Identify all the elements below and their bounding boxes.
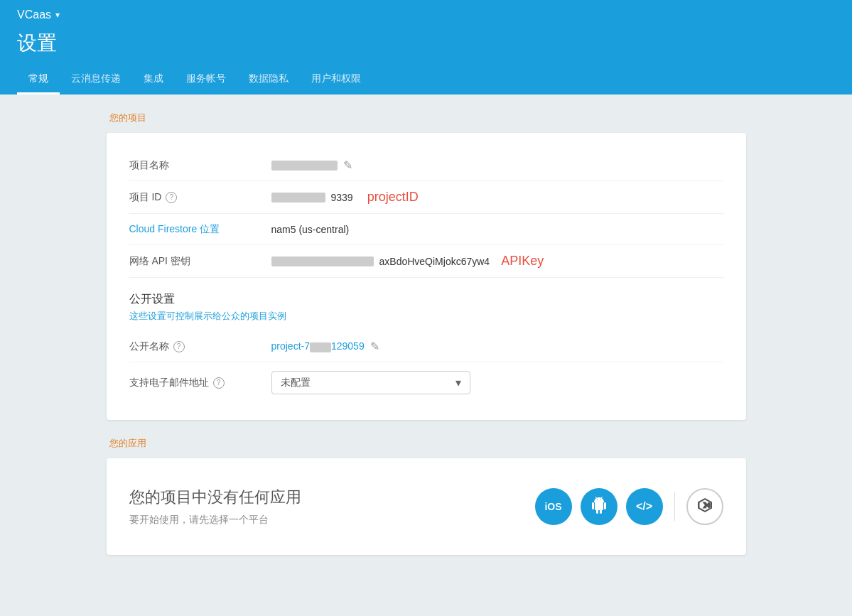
- public-name-text: project-7129059: [271, 340, 365, 352]
- project-id-blurred: ████████: [271, 193, 325, 202]
- apps-section: 您的应用 您的项目中没有任何应用 要开始使用，请先选择一个平台 iOS: [107, 437, 746, 555]
- api-key-value: ████████████████ axBdoHveQiMjokc67yw4 AP…: [271, 254, 723, 269]
- project-name-edit-icon[interactable]: ✎: [343, 158, 352, 172]
- apps-section-label: 您的应用: [107, 437, 746, 450]
- project-name-row: 项目名称 ██████████ ✎: [129, 150, 723, 181]
- empty-apps-text-block: 您的项目中没有任何应用 要开始使用，请先选择一个平台: [129, 487, 301, 526]
- public-name-blurred: [310, 342, 331, 352]
- support-email-value: 未配置 ▾: [271, 371, 723, 394]
- project-id-help-icon[interactable]: ?: [166, 192, 177, 203]
- header-top: VCaas ▾: [17, 0, 835, 27]
- brand-name: VCaas: [17, 9, 51, 21]
- support-email-row: 支持电子邮件地址 ? 未配置 ▾: [129, 362, 723, 403]
- brand-dropdown-icon[interactable]: ▾: [55, 10, 60, 20]
- tab-general[interactable]: 常规: [17, 65, 60, 94]
- web-icon: </>: [636, 500, 652, 513]
- firestore-row: Cloud Firestore 位置 nam5 (us-central): [129, 214, 723, 245]
- android-platform-button[interactable]: [581, 488, 618, 525]
- public-name-label: 公开名称 ?: [129, 340, 271, 353]
- tab-users[interactable]: 用户和权限: [300, 65, 372, 94]
- public-name-row: 公开名称 ? project-7129059 ✎: [129, 331, 723, 362]
- public-settings-title: 公开设置: [129, 292, 723, 307]
- support-email-dropdown[interactable]: 未配置 ▾: [271, 371, 470, 394]
- api-key-annotation: APIKey: [501, 254, 544, 269]
- empty-apps-subtitle: 要开始使用，请先选择一个平台: [129, 514, 301, 526]
- project-id-value: ████████ 9339 projectID: [271, 190, 723, 205]
- dropdown-arrow-icon: ▾: [455, 376, 461, 389]
- project-card: 项目名称 ██████████ ✎ 项目 ID ? ████████ 9339 …: [107, 133, 746, 420]
- unity-platform-button[interactable]: [686, 488, 723, 525]
- support-email-help-icon[interactable]: ?: [213, 377, 225, 389]
- public-name-value: project-7129059 ✎: [271, 340, 723, 353]
- project-id-row: 项目 ID ? ████████ 9339 projectID: [129, 181, 723, 214]
- firestore-label: Cloud Firestore 位置: [129, 223, 271, 236]
- main-content: 您的项目 项目名称 ██████████ ✎ 项目 ID ? ████: [0, 94, 852, 572]
- tab-cloud-messaging[interactable]: 云消息传递: [60, 65, 132, 94]
- web-platform-button[interactable]: </>: [626, 488, 663, 525]
- project-name-value: ██████████ ✎: [271, 158, 723, 172]
- empty-apps-title: 您的项目中没有任何应用: [129, 487, 301, 508]
- project-section-label: 您的项目: [107, 112, 746, 124]
- tab-service-account[interactable]: 服务帐号: [175, 65, 237, 94]
- project-id-annotation: projectID: [367, 190, 419, 205]
- firestore-value: nam5 (us-central): [271, 224, 723, 235]
- empty-apps-card: 您的项目中没有任何应用 要开始使用，请先选择一个平台 iOS: [107, 458, 746, 555]
- ios-icon: iOS: [544, 501, 561, 512]
- nav-tabs: 常规 云消息传递 集成 服务帐号 数据隐私 用户和权限: [17, 65, 835, 94]
- project-name-label: 项目名称: [129, 159, 271, 172]
- tab-integrations[interactable]: 集成: [132, 65, 175, 94]
- tab-privacy[interactable]: 数据隐私: [237, 65, 300, 94]
- platform-buttons: iOS </>: [535, 488, 723, 525]
- ios-platform-button[interactable]: iOS: [535, 488, 572, 525]
- api-key-label: 网络 API 密钥: [129, 255, 271, 268]
- unity-icon: [696, 497, 713, 517]
- api-key-row: 网络 API 密钥 ████████████████ axBdoHveQiMjo…: [129, 245, 723, 278]
- support-email-placeholder: 未配置: [281, 377, 311, 389]
- api-key-blurred: ████████████████: [271, 256, 374, 266]
- header: VCaas ▾ 设置 常规 云消息传递 集成 服务帐号 数据隐私 用户和权限: [0, 0, 852, 94]
- support-email-label: 支持电子邮件地址 ?: [129, 377, 271, 389]
- api-key-suffix: axBdoHveQiMjokc67yw4: [379, 256, 490, 267]
- project-id-label: 项目 ID ?: [129, 191, 271, 204]
- platform-divider: [674, 492, 675, 521]
- page-title: 设置: [17, 27, 835, 65]
- android-icon: [591, 497, 608, 517]
- project-id-suffix: 9339: [331, 192, 353, 203]
- project-name-blurred: ██████████: [271, 161, 338, 171]
- public-settings-section: 公开设置 这些设置可控制展示给公众的项目实例: [129, 292, 723, 323]
- public-settings-desc: 这些设置可控制展示给公众的项目实例: [129, 310, 723, 323]
- public-name-help-icon[interactable]: ?: [173, 341, 185, 352]
- public-name-edit-icon[interactable]: ✎: [370, 340, 379, 353]
